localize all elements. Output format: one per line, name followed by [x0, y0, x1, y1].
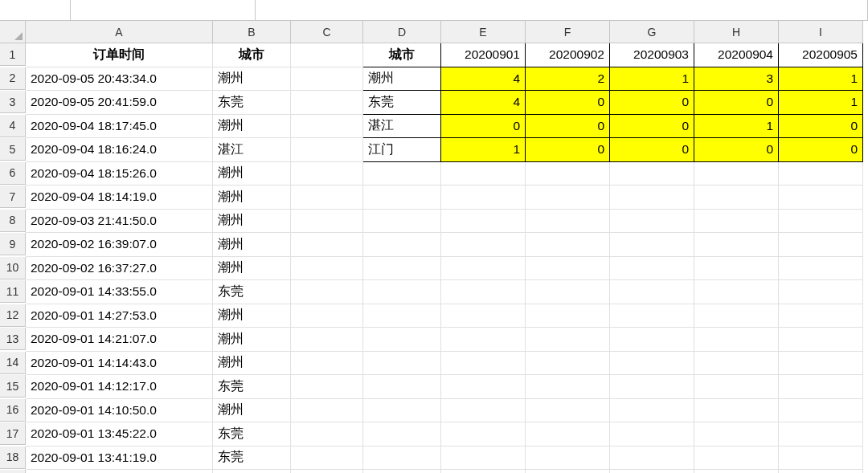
- cell-F16[interactable]: [526, 399, 610, 423]
- cell-I9[interactable]: [779, 233, 863, 257]
- row-header-16[interactable]: 16: [0, 399, 26, 422]
- cell-E11[interactable]: [441, 280, 526, 304]
- cell-D14[interactable]: [363, 352, 441, 376]
- cell-E10[interactable]: [441, 257, 526, 281]
- cell-I6[interactable]: [779, 162, 863, 186]
- cell-B15[interactable]: 东莞: [213, 375, 291, 399]
- cell-B1[interactable]: 城市: [213, 43, 291, 67]
- cell-D8[interactable]: [363, 210, 441, 234]
- cell-F6[interactable]: [526, 162, 610, 186]
- row-header-10[interactable]: 10: [0, 257, 26, 279]
- cell-E3[interactable]: 4: [441, 91, 526, 115]
- row-header-5[interactable]: 5: [0, 138, 26, 161]
- col-header-A[interactable]: A: [26, 21, 213, 43]
- cell-B18[interactable]: 东莞: [213, 446, 291, 471]
- spreadsheet-grid[interactable]: ABCDEFGHI1订单时间城市城市2020090120200902202009…: [0, 21, 868, 473]
- cell-C13[interactable]: [291, 328, 363, 352]
- col-header-E[interactable]: E: [441, 21, 526, 43]
- col-header-F[interactable]: F: [526, 21, 610, 43]
- cell-A8[interactable]: 2020-09-03 21:41:50.0: [26, 210, 213, 234]
- cell-G17[interactable]: [610, 422, 694, 446]
- cell-E12[interactable]: [441, 304, 526, 328]
- cell-F3[interactable]: 0: [526, 91, 610, 115]
- row-header-8[interactable]: 8: [0, 210, 26, 232]
- cell-A1[interactable]: 订单时间: [26, 43, 213, 67]
- cell-I3[interactable]: 1: [779, 91, 863, 115]
- col-header-D[interactable]: D: [363, 21, 441, 43]
- cell-C3[interactable]: [291, 91, 363, 115]
- cell-D15[interactable]: [363, 375, 441, 399]
- cell-G6[interactable]: [610, 162, 694, 186]
- cell-H7[interactable]: [694, 186, 779, 210]
- cell-F1[interactable]: 20200902: [526, 43, 610, 67]
- cell-H16[interactable]: [694, 399, 779, 423]
- cell-H6[interactable]: [694, 162, 779, 186]
- cell-C6[interactable]: [291, 162, 363, 186]
- cell-D16[interactable]: [363, 399, 441, 423]
- cell-G14[interactable]: [610, 352, 694, 376]
- cell-F9[interactable]: [526, 233, 610, 257]
- cell-B17[interactable]: 东莞: [213, 422, 291, 446]
- row-header-2[interactable]: 2: [0, 67, 26, 90]
- cell-D7[interactable]: [363, 186, 441, 210]
- cell-B8[interactable]: 潮州: [213, 210, 291, 234]
- cell-G18[interactable]: [610, 446, 694, 471]
- cell-H18[interactable]: [694, 446, 779, 471]
- cell-C19[interactable]: [291, 470, 363, 473]
- cell-C2[interactable]: [291, 67, 363, 92]
- formula-input[interactable]: [256, 0, 868, 20]
- cell-I11[interactable]: [779, 280, 863, 304]
- cell-G3[interactable]: 0: [610, 91, 694, 115]
- cell-E14[interactable]: [441, 352, 526, 376]
- cell-C7[interactable]: [291, 186, 363, 210]
- cell-F14[interactable]: [526, 352, 610, 376]
- cell-E13[interactable]: [441, 328, 526, 352]
- row-header-7[interactable]: 7: [0, 186, 26, 208]
- cell-B4[interactable]: 潮州: [213, 115, 291, 139]
- cell-F19[interactable]: [526, 470, 610, 473]
- cell-E19[interactable]: [441, 470, 526, 473]
- cell-A14[interactable]: 2020-09-01 14:14:43.0: [26, 352, 213, 376]
- cell-F18[interactable]: [526, 446, 610, 471]
- cell-D4[interactable]: 湛江: [363, 115, 441, 139]
- cell-H15[interactable]: [694, 375, 779, 399]
- cell-D18[interactable]: [363, 446, 441, 471]
- cell-A16[interactable]: 2020-09-01 14:10:50.0: [26, 399, 213, 423]
- row-header-15[interactable]: 15: [0, 375, 26, 398]
- cell-D11[interactable]: [363, 280, 441, 304]
- cell-G7[interactable]: [610, 186, 694, 210]
- cell-C11[interactable]: [291, 280, 363, 304]
- cell-A10[interactable]: 2020-09-02 16:37:27.0: [26, 257, 213, 281]
- cell-E7[interactable]: [441, 186, 526, 210]
- cell-H9[interactable]: [694, 233, 779, 257]
- col-header-B[interactable]: B: [213, 21, 291, 43]
- cell-B13[interactable]: 潮州: [213, 328, 291, 352]
- cell-A13[interactable]: 2020-09-01 14:21:07.0: [26, 328, 213, 352]
- cell-A11[interactable]: 2020-09-01 14:33:55.0: [26, 280, 213, 304]
- cell-E4[interactable]: 0: [441, 115, 526, 139]
- cell-F2[interactable]: 2: [526, 67, 610, 92]
- cell-H4[interactable]: 1: [694, 115, 779, 139]
- cell-E5[interactable]: 1: [441, 138, 526, 162]
- cell-A7[interactable]: 2020-09-04 18:14:19.0: [26, 186, 213, 210]
- col-header-H[interactable]: H: [694, 21, 779, 43]
- cell-E15[interactable]: [441, 375, 526, 399]
- cell-B19[interactable]: 江门: [213, 470, 291, 473]
- col-header-G[interactable]: G: [610, 21, 694, 43]
- cell-I4[interactable]: 0: [779, 115, 863, 139]
- row-header-9[interactable]: 9: [0, 233, 26, 255]
- cell-A9[interactable]: 2020-09-02 16:39:07.0: [26, 233, 213, 257]
- cell-G11[interactable]: [610, 280, 694, 304]
- row-header-13[interactable]: 13: [0, 328, 26, 350]
- cell-I16[interactable]: [779, 399, 863, 423]
- cell-G12[interactable]: [610, 304, 694, 328]
- cell-I2[interactable]: 1: [779, 67, 863, 92]
- cell-C10[interactable]: [291, 257, 363, 281]
- cell-B16[interactable]: 潮州: [213, 399, 291, 423]
- cell-G15[interactable]: [610, 375, 694, 399]
- cell-F10[interactable]: [526, 257, 610, 281]
- row-header-1[interactable]: 1: [0, 43, 26, 66]
- cell-H17[interactable]: [694, 422, 779, 446]
- cell-G2[interactable]: 1: [610, 67, 694, 92]
- cell-E6[interactable]: [441, 162, 526, 186]
